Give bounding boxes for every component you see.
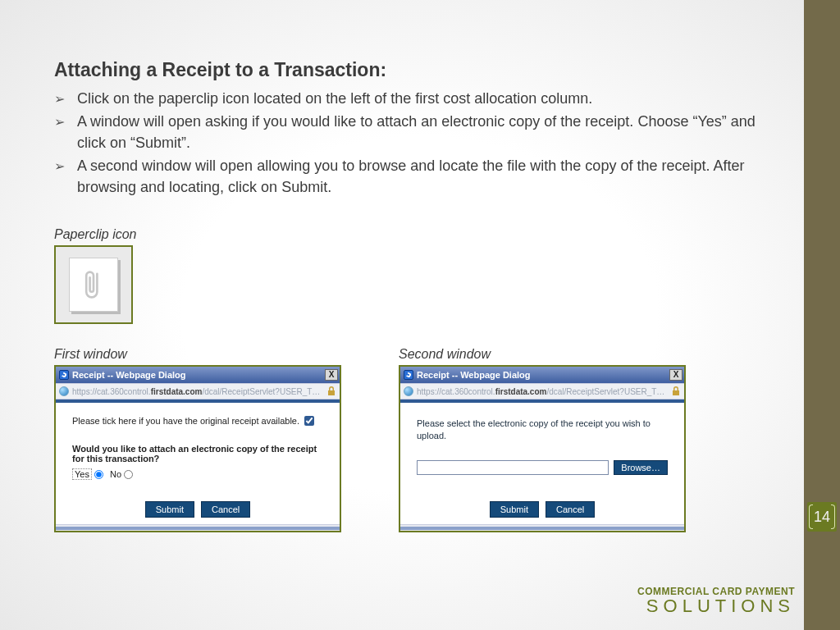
second-window-col: Second window Receipt -- Webpage Dialog …: [399, 347, 686, 532]
dialog-actions: Submit Cancel: [400, 495, 684, 524]
page-number: 14: [814, 509, 830, 526]
browse-button[interactable]: Browse…: [614, 460, 668, 475]
page-title: Attaching a Receipt to a Transaction:: [54, 59, 768, 81]
file-path-input[interactable]: [417, 460, 609, 475]
paperclip-svg: [82, 267, 105, 303]
dialog-body: Please tick here if you have the origina…: [56, 403, 340, 495]
paperclip-icon-box: [54, 245, 133, 324]
caption-paperclip: Paperclip icon: [54, 227, 768, 242]
upload-message: Please select the electronic copy of the…: [417, 418, 668, 442]
original-receipt-checkbox[interactable]: [304, 416, 314, 426]
no-radio[interactable]: [124, 470, 133, 479]
globe-icon: [404, 386, 413, 396]
page-number-badge: 14: [807, 502, 837, 532]
url-prefix: https://cat.360control.: [417, 387, 495, 396]
dialog-title: Receipt -- Webpage Dialog: [72, 370, 186, 380]
dialog-footer: [56, 524, 340, 531]
yes-option[interactable]: Yes: [72, 468, 103, 480]
url-host: firstdata.com: [495, 387, 547, 396]
yes-radio[interactable]: [94, 470, 103, 479]
url-bar: https://cat.360control.firstdata.com/dca…: [400, 383, 684, 399]
no-label: No: [110, 469, 121, 479]
submit-button[interactable]: Submit: [145, 501, 194, 518]
slide: 14 COMMERCIAL CARD PAYMENT SOLUTIONS Att…: [0, 0, 840, 630]
caption-second-window: Second window: [399, 347, 686, 362]
lock-icon: [671, 386, 681, 397]
url-text: https://cat.360control.firstdata.com/dca…: [417, 387, 668, 396]
ie-icon: [59, 370, 69, 380]
list-item: A second window will open allowing you t…: [54, 155, 768, 198]
dialog-titlebar: Receipt -- Webpage Dialog X: [400, 367, 684, 383]
first-dialog: Receipt -- Webpage Dialog X https://cat.…: [54, 365, 341, 532]
globe-icon: [59, 386, 69, 396]
close-button[interactable]: X: [325, 369, 338, 381]
dialog-footer: [400, 524, 684, 531]
url-host: firstdata.com: [151, 387, 203, 396]
dialog-body: Please select the electronic copy of the…: [400, 403, 684, 495]
cancel-button[interactable]: Cancel: [546, 501, 595, 518]
first-window-col: First window Receipt -- Webpage Dialog X…: [54, 347, 341, 532]
tick-label: Please tick here if you have the origina…: [72, 416, 299, 426]
second-dialog: Receipt -- Webpage Dialog X https://cat.…: [399, 365, 686, 532]
list-item: A window will open asking if you would l…: [54, 111, 768, 153]
ie-icon: [404, 370, 413, 380]
url-suffix: /dcal/ReceiptServlet?USER_TOKEN_360=lwy4…: [202, 387, 323, 396]
dialog-actions: Submit Cancel: [56, 495, 340, 524]
close-button[interactable]: X: [669, 369, 682, 381]
url-prefix: https://cat.360control.: [72, 387, 151, 396]
instruction-list: Click on the paperclip icon located on t…: [54, 88, 768, 198]
paperclip-icon: [69, 258, 118, 312]
list-item: Click on the paperclip icon located on t…: [54, 88, 768, 109]
brand-line2: SOLUTIONS: [637, 597, 795, 615]
content-area: Attaching a Receipt to a Transaction: Cl…: [54, 59, 768, 532]
lock-icon: [326, 386, 336, 397]
dialog-title: Receipt -- Webpage Dialog: [417, 370, 531, 380]
url-suffix: /dcal/ReceiptServlet?USER_TOKEN_360=: [546, 387, 668, 396]
url-text: https://cat.360control.firstdata.com/dca…: [72, 387, 323, 396]
cancel-button[interactable]: Cancel: [201, 501, 250, 518]
submit-button[interactable]: Submit: [490, 501, 539, 518]
brand-block: COMMERCIAL CARD PAYMENT SOLUTIONS: [637, 587, 795, 615]
no-option[interactable]: No: [110, 469, 133, 479]
dialog-titlebar: Receipt -- Webpage Dialog X: [56, 367, 340, 383]
caption-first-window: First window: [54, 347, 341, 362]
right-sidebar: [804, 0, 840, 630]
yes-label: Yes: [72, 468, 92, 480]
url-bar: https://cat.360control.firstdata.com/dca…: [56, 383, 340, 399]
attach-question: Would you like to attach an electronic c…: [72, 444, 323, 463]
